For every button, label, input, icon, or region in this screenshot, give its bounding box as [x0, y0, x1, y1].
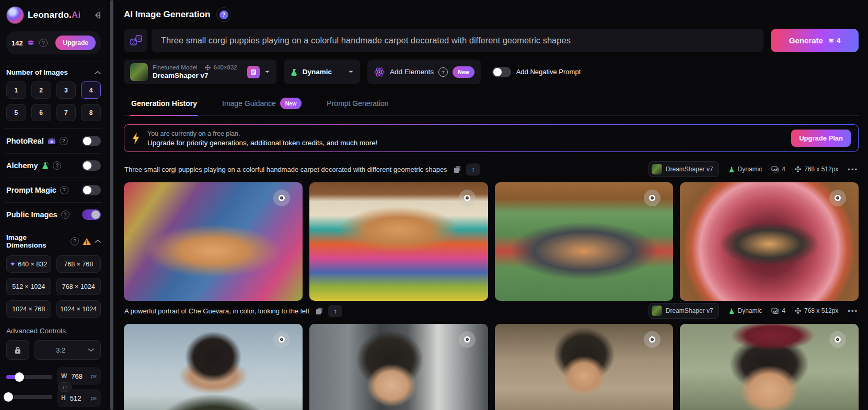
num-images-option-8[interactable]: 8 — [81, 104, 101, 121]
generated-image-che-4[interactable] — [680, 324, 859, 410]
alchemy-toggle[interactable] — [82, 160, 101, 171]
generation-row-header: A powerful portrait of Che Guevara, in c… — [124, 303, 859, 324]
upgrade-button[interactable]: Upgrade — [55, 36, 96, 50]
number-of-images-header[interactable]: Number of Images — [5, 62, 102, 81]
generation-row-header: Three small corgi puppies playing on a c… — [124, 161, 859, 182]
height-slider[interactable] — [6, 395, 52, 399]
meta-model-badge[interactable]: DreamShaper v7 — [649, 303, 719, 319]
photoreal-toggle[interactable] — [82, 136, 101, 146]
photoreal-label: PhotoReal — [6, 137, 44, 145]
collapse-sidebar-icon[interactable] — [91, 10, 102, 20]
eye-icon[interactable] — [644, 331, 661, 348]
reuse-prompt-button[interactable]: ↑ — [466, 163, 480, 175]
reuse-prompt-button[interactable]: ↑ — [328, 305, 342, 317]
coins-icon — [27, 39, 36, 47]
camera-icon — [48, 137, 56, 145]
generated-image-che-2[interactable] — [309, 324, 488, 410]
meta-style-value: Dynamic — [738, 166, 762, 173]
num-images-option-6[interactable]: 6 — [31, 104, 51, 121]
eye-icon[interactable] — [644, 190, 661, 206]
copy-prompt-icon[interactable] — [454, 166, 461, 173]
num-images-option-2[interactable]: 2 — [31, 81, 51, 99]
eye-icon[interactable] — [829, 331, 846, 348]
width-slider[interactable] — [6, 375, 52, 379]
dimension-512x1024[interactable]: 512 × 1024 — [6, 278, 51, 295]
page-help-icon[interactable]: ? — [216, 7, 231, 22]
more-options-icon[interactable]: ••• — [848, 307, 858, 315]
num-images-option-7[interactable]: 7 — [56, 104, 76, 121]
style-select[interactable]: Dynamic — [284, 60, 360, 84]
prompt-input[interactable] — [152, 29, 763, 52]
eye-icon[interactable] — [273, 190, 290, 206]
model-select[interactable]: Finetuned Model 640×832 DreamShaper v7 — [124, 60, 276, 84]
dimension-640x832[interactable]: ★640 × 832 — [6, 255, 51, 273]
eye-icon[interactable] — [459, 190, 476, 206]
image-dimensions-label: Image Dimensions — [6, 233, 67, 249]
chevron-up-icon — [95, 239, 101, 243]
prompt-magic-toggle[interactable] — [82, 185, 101, 195]
credits-count: 142 — [11, 39, 23, 47]
num-images-option-3[interactable]: 3 — [56, 81, 76, 99]
random-prompt-button[interactable] — [124, 29, 147, 52]
height-field[interactable]: H 512 px — [57, 389, 101, 407]
public-images-label: Public Images — [6, 210, 57, 219]
public-images-help-icon[interactable]: ? — [61, 210, 70, 219]
photoreal-help-icon[interactable]: ? — [60, 137, 68, 145]
eye-icon[interactable] — [273, 331, 290, 348]
aspect-ratio-select[interactable]: 3:2 — [34, 340, 101, 360]
more-options-icon[interactable]: ••• — [848, 166, 858, 173]
credits-help-icon[interactable]: ? — [39, 39, 48, 47]
dimension-768x768[interactable]: 768 × 768 — [56, 255, 101, 273]
finetuned-model-label: Finetuned Model — [153, 64, 198, 71]
negative-prompt-toggle[interactable] — [492, 67, 511, 77]
potion-icon — [728, 308, 735, 314]
prompt-magic-help-icon[interactable]: ? — [60, 186, 68, 194]
num-images-option-5[interactable]: 5 — [6, 104, 26, 121]
dimension-label: 768 × 768 — [64, 261, 93, 268]
page-title: AI Image Generation — [124, 9, 210, 20]
tab-prompt-generation[interactable]: Prompt Generation — [326, 95, 389, 115]
lightning-icon — [132, 132, 140, 145]
image-dimensions-grid: ★640 × 832 768 × 768 512 × 1024 768 × 10… — [5, 254, 102, 324]
add-elements-button[interactable]: Add Elements + New — [367, 60, 481, 84]
tab-image-guidance[interactable]: Image GuidanceNew — [221, 95, 303, 115]
model-texts: Finetuned Model 640×832 DreamShaper v7 — [153, 64, 237, 79]
public-images-toggle[interactable] — [82, 209, 101, 220]
model-name: DreamShaper v7 — [153, 72, 237, 79]
generated-image-che-3[interactable] — [495, 324, 674, 410]
num-images-option-1[interactable]: 1 — [6, 81, 26, 99]
width-unit: px — [90, 373, 97, 379]
generated-image-corgi-4[interactable] — [680, 182, 859, 301]
dimension-768x1024[interactable]: 768 × 1024 — [56, 278, 101, 295]
move-icon — [795, 166, 801, 172]
lock-aspect-button[interactable] — [6, 340, 29, 360]
generated-image-corgi-1[interactable] — [124, 182, 303, 301]
generated-image-che-1[interactable] — [124, 324, 303, 410]
dimension-1024x1024[interactable]: 1024 × 1024 — [56, 300, 101, 318]
public-images-row: Public Images ? — [5, 202, 102, 227]
generated-image-corgi-3[interactable] — [495, 182, 674, 301]
copy-prompt-icon[interactable] — [316, 307, 323, 315]
warning-icon — [82, 238, 91, 245]
photoreal-row: PhotoReal ? — [5, 128, 102, 153]
generate-button[interactable]: Generate 4 — [771, 29, 859, 52]
generated-image-corgi-2[interactable] — [309, 182, 488, 301]
advanced-controls-label: Advanced Controls — [5, 324, 102, 340]
meta-model-name: DreamShaper v7 — [666, 166, 713, 173]
eye-icon[interactable] — [459, 331, 476, 348]
tab-generation-history[interactable]: Generation History — [130, 95, 198, 115]
sidebar-scrollbar[interactable] — [110, 0, 113, 410]
eye-icon[interactable] — [829, 190, 846, 206]
title-row: AI Image Generation ? — [124, 7, 859, 22]
image-dimensions-help-icon[interactable]: ? — [71, 237, 79, 245]
num-images-option-4-selected[interactable]: 4 — [81, 81, 101, 99]
banner-line2: Upgrade for priority generations, additi… — [147, 139, 377, 147]
meta-model-badge[interactable]: DreamShaper v7 — [649, 161, 719, 177]
upgrade-plan-button[interactable]: Upgrade Plan — [791, 130, 851, 147]
plus-circle-icon: + — [438, 67, 448, 77]
swap-dimensions-icon[interactable]: ↓↑ — [58, 382, 72, 392]
alchemy-help-icon[interactable]: ? — [53, 161, 61, 170]
image-dimensions-header[interactable]: Image Dimensions ? — [5, 227, 102, 254]
prompt-row: Generate 4 — [124, 29, 859, 52]
dimension-1024x768[interactable]: 1024 × 768 — [6, 300, 51, 318]
